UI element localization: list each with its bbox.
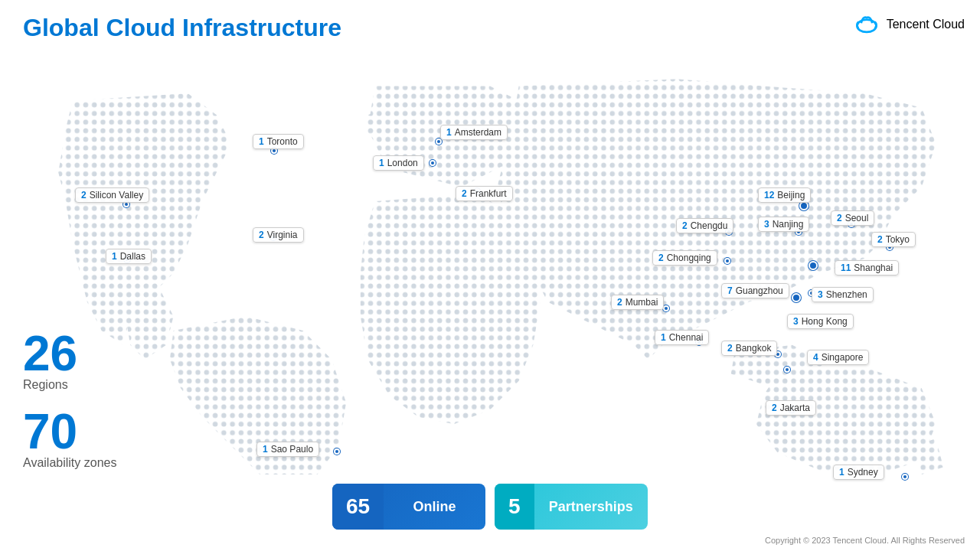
logo-area: Tencent Cloud — [853, 11, 965, 38]
tencent-cloud-icon — [853, 11, 880, 38]
location-label-jakarta: 2Jakarta — [766, 400, 816, 416]
location-label-chengdu: 2Chengdu — [676, 218, 733, 233]
location-label-guangzhou: 7Guangzhou — [721, 283, 789, 298]
locations-layer: 1Toronto1Amsterdam1London2Silicon Valley… — [0, 57, 980, 474]
location-label-virginia: 2Virginia — [253, 227, 304, 243]
location-label-tokyo: 2Tokyo — [871, 232, 916, 247]
location-dot-sao-paulo — [334, 448, 340, 455]
location-dot-chongqing — [724, 258, 730, 264]
location-label-beijing: 12Beijing — [758, 187, 811, 203]
location-label-london: 1London — [373, 155, 424, 171]
location-label-toronto: 1Toronto — [253, 134, 304, 149]
location-label-sydney: 1Sydney — [833, 465, 884, 480]
location-label-singapore: 4Singapore — [807, 350, 869, 365]
page-header: Global Cloud Infrastructure — [23, 14, 341, 42]
regions-number: 26 — [23, 329, 116, 378]
location-dot-mumbai — [663, 305, 669, 311]
logo-text: Tencent Cloud — [887, 18, 965, 31]
svg-point-0 — [857, 20, 876, 32]
bottom-badges: 65Online5Partnerships — [332, 484, 648, 530]
copyright-text: Copyright © 2023 Tencent Cloud. All Righ… — [765, 536, 965, 545]
location-label-nanjing: 3Nanjing — [758, 217, 809, 232]
location-dot-singapore — [784, 367, 790, 373]
az-number: 70 — [23, 407, 116, 456]
badge-num-online: 65 — [332, 484, 384, 530]
location-label-seoul: 2Seoul — [831, 210, 874, 226]
page-title: Global Cloud Infrastructure — [23, 14, 341, 42]
location-label-dallas: 1Dallas — [106, 249, 152, 264]
badge-label-online: Online — [384, 499, 485, 515]
location-label-bangkok: 2Bangkok — [721, 341, 777, 356]
badge-online: 65Online — [332, 484, 485, 530]
az-label: Availability zones — [23, 456, 116, 470]
location-dot-london — [430, 160, 436, 166]
location-label-silicon-valley: 2Silicon Valley — [75, 187, 149, 203]
location-dot-sydney — [902, 474, 908, 480]
location-dot-guangzhou — [792, 293, 801, 302]
location-label-amsterdam: 1Amsterdam — [440, 125, 508, 140]
location-label-mumbai: 2Mumbai — [611, 295, 664, 310]
location-label-chennai: 1Chennai — [655, 330, 709, 345]
location-label-hong-kong: 3Hong Kong — [787, 314, 854, 329]
location-label-sao-paulo: 1Sao Paulo — [256, 442, 319, 457]
location-label-shanghai: 11Shanghai — [835, 260, 899, 276]
location-dot-shanghai — [808, 261, 818, 270]
location-label-shenzhen: 3Shenzhen — [812, 287, 874, 302]
location-label-frankfurt: 2Frankfurt — [456, 186, 513, 201]
stats-section: 26 Regions 70 Availability zones — [23, 329, 116, 485]
badge-num-partnership: 5 — [495, 484, 534, 530]
location-label-chongqing: 2Chongqing — [652, 250, 717, 266]
badge-partnership: 5Partnerships — [495, 484, 648, 530]
badge-label-partnership: Partnerships — [534, 499, 648, 515]
